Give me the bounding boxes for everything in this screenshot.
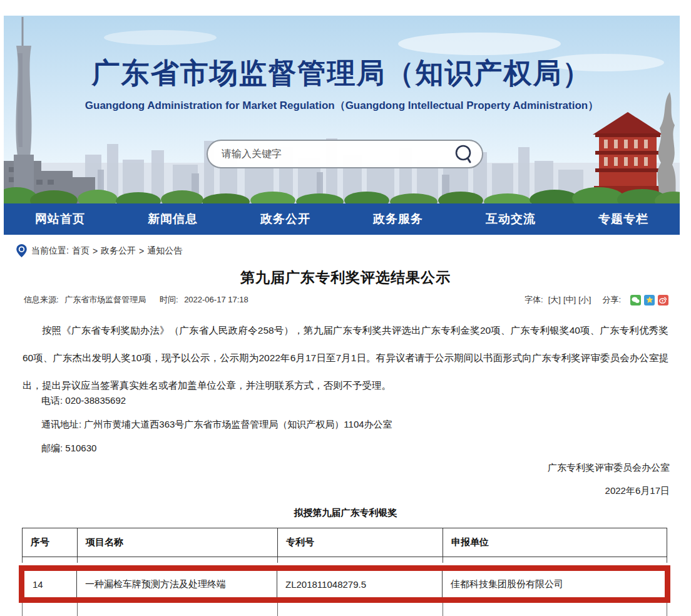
red-highlight-box: 14 一种漏检车牌预测方法及处理终端 ZL201811048279.5 佳都科技… [19,565,670,603]
font-size-label: 字体: [525,294,543,305]
breadcrumb-current[interactable]: 通知公告 [147,245,182,257]
search-button[interactable] [454,144,473,164]
main-nav: 网站首页 新闻信息 政务公开 政务服务 互动交流 专题专栏 [4,203,680,235]
header-cell-patent-no: 专利号 [278,528,443,557]
table-header-row: 序号 项目名称 专利号 申报单位 [22,528,667,557]
nav-item-news[interactable]: 新闻信息 [116,203,229,235]
header-cell-applicant: 申报单位 [443,528,667,557]
clipped-row-line [77,557,78,563]
row-cell-project: 一种漏检车牌预测方法及处理终端 [77,571,277,597]
share-label: 分享: [602,294,621,305]
time-label: 时间: [160,295,178,304]
font-size-small-button[interactable]: [小] [578,294,591,305]
header-banner: 广东省市场监督管理局（知识产权局） Guangdong Administrati… [4,16,680,203]
search-input[interactable] [222,148,454,160]
breadcrumb: 当前位置: 首页 > 政务公开 > 通知公告 [16,244,185,257]
time-value: 2022-06-17 17:18 [184,295,248,304]
clipped-row-line [22,557,23,563]
weibo-share-icon[interactable] [658,295,668,305]
header-cell-project: 项目名称 [78,528,278,557]
site-title-english: Guangdong Administration for Market Regu… [4,98,680,113]
clipped-row-line [443,603,443,616]
breadcrumb-home[interactable]: 首页 [72,245,90,257]
breadcrumb-prefix: 当前位置: [31,245,69,257]
clipped-row-line [277,603,278,616]
share-icon-group [627,295,668,305]
clipped-row-line [22,603,23,616]
search-bar[interactable] [207,140,483,168]
search-icon [454,144,473,164]
nav-item-gov-open[interactable]: 政务公开 [229,203,342,235]
site-title: 广东省市场监督管理局（知识产权局） [4,54,680,92]
clipped-row-line [667,557,667,563]
page: { "colors": { "nav_blue": "#1e52a0", "ti… [0,0,691,616]
qzone-share-icon[interactable] [644,295,655,305]
clipped-row-line [667,603,667,616]
article-title: 第九届广东专利奖评选结果公示 [0,268,691,287]
article-meta: 信息来源: 广东省市场监督管理局 时间: 2022-06-17 17:18 字体… [24,294,668,305]
article-paragraph: 按照《广东省专利奖励办法》（广东省人民政府令258号），第九届广东专利奖共评选出… [23,317,668,399]
row-cell-patent-no: ZL201811048279.5 [277,571,443,597]
contact-phone: 电话: 020-38835692 [23,393,392,408]
clipped-row-line [443,557,443,563]
row-cell-applicant: 佳都科技集团股份有限公司 [443,571,665,597]
clipped-row-line [77,603,78,616]
row-cell-index: 14 [24,571,77,597]
breadcrumb-section[interactable]: 政务公开 [101,245,136,257]
nav-item-gov-service[interactable]: 政务服务 [342,203,454,235]
red-tower-building [593,112,663,196]
nav-item-home[interactable]: 网站首页 [4,203,116,235]
signature-date: 2022年6月17日 [548,485,670,497]
breadcrumb-separator: > [93,246,98,256]
table-caption: 拟授第九届广东专利银奖 [0,507,691,519]
font-size-large-button[interactable]: [大] [548,294,561,305]
contact-postcode: 邮编: 510630 [23,441,392,456]
clipped-row-line [277,557,278,563]
breadcrumb-separator: > [139,246,144,256]
source-label: 信息来源: [24,295,59,304]
signature-office: 广东专利奖评审委员会办公室 [548,462,670,474]
signature-block: 广东专利奖评审委员会办公室 2022年6月17日 [548,462,670,497]
award-table: 序号 项目名称 专利号 申报单位 14 一种漏检车牌预测方法及处理终端 ZL20… [22,528,667,616]
header-cell-index: 序号 [23,528,78,557]
article-meta-right: 字体: [大] [中] [小] 分享: [525,294,668,305]
source-value: 广东省市场监督管理局 [64,295,146,304]
location-pin-icon [16,244,27,257]
table-row: 14 一种漏检车牌预测方法及处理终端 ZL201811048279.5 佳都科技… [24,571,665,597]
article-meta-left: 信息来源: 广东省市场监督管理局 时间: 2022-06-17 17:18 [24,294,252,305]
wechat-share-icon[interactable] [630,295,641,305]
contact-block: 电话: 020-38835692 通讯地址: 广州市黄埔大道西363号广东省市场… [23,393,392,465]
nav-item-interaction[interactable]: 互动交流 [454,203,567,235]
contact-address: 通讯地址: 广州市黄埔大道西363号广东省市场监督管理局（知识产权局）1104办… [23,417,392,432]
font-size-medium-button[interactable]: [中] [563,294,576,305]
nav-item-special[interactable]: 专题专栏 [567,203,680,235]
